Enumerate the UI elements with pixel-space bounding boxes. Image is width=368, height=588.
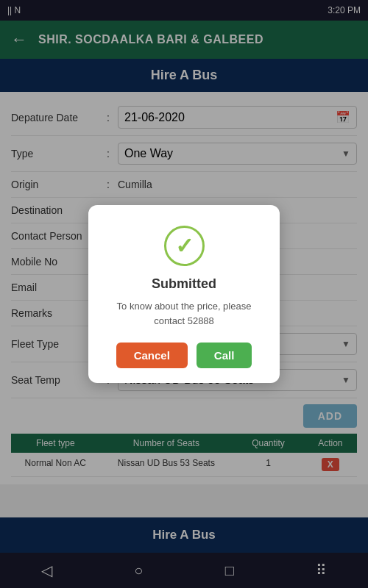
modal-buttons: Cancel Call	[106, 343, 262, 368]
call-button[interactable]: Call	[197, 343, 252, 368]
modal-message: To know about the price, please contact …	[106, 299, 262, 328]
check-icon: ✓	[175, 233, 194, 259]
success-check-circle: ✓	[164, 226, 205, 266]
cancel-button[interactable]: Cancel	[116, 343, 188, 368]
modal-overlay: ✓ Submitted To know about the price, ple…	[0, 0, 368, 588]
modal-box: ✓ Submitted To know about the price, ple…	[88, 205, 280, 383]
modal-title: Submitted	[106, 276, 262, 292]
